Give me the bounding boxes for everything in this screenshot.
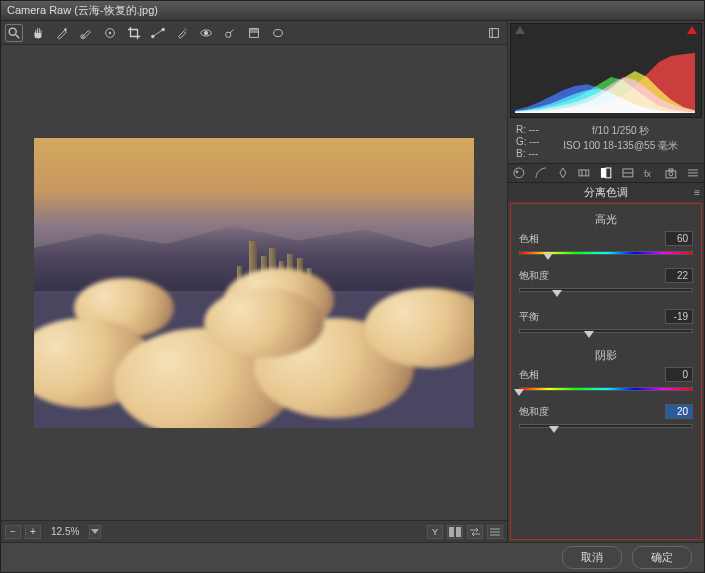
zoom-tool-icon[interactable] — [5, 24, 23, 42]
highlight-sat-slider[interactable] — [519, 285, 693, 295]
preview-area[interactable] — [1, 45, 507, 520]
g-label: G: — [516, 136, 527, 147]
svg-point-0 — [9, 28, 16, 35]
split-tone-panel: 高光 色相 60 饱和度 22 — [510, 203, 702, 540]
highlight-hue-slider[interactable] — [519, 248, 693, 258]
hand-tool-icon[interactable] — [29, 24, 47, 42]
zoom-dropdown[interactable] — [89, 525, 101, 539]
highlights-title: 高光 — [519, 210, 693, 231]
window-title: Camera Raw (云海-恢复的.jpg) — [7, 3, 158, 18]
graduated-filter-icon[interactable] — [245, 24, 263, 42]
svg-rect-24 — [579, 170, 589, 176]
toolbar — [1, 21, 507, 45]
before-after-icon[interactable] — [447, 525, 463, 539]
red-eye-icon[interactable] — [197, 24, 215, 42]
histogram-chart — [515, 53, 695, 113]
zoom-in-button[interactable]: + — [25, 525, 41, 539]
window-body: − + 12.5% Y R: --- G — [1, 21, 704, 542]
svg-point-5 — [109, 32, 111, 34]
svg-point-22 — [514, 168, 524, 178]
shadow-sat-slider[interactable] — [519, 421, 693, 431]
shadow-sat-row: 饱和度 20 — [519, 404, 693, 431]
svg-rect-13 — [250, 28, 259, 32]
svg-point-14 — [274, 29, 283, 36]
cancel-button[interactable]: 取消 — [562, 546, 622, 569]
svg-rect-28 — [606, 168, 611, 178]
spot-removal-icon[interactable] — [173, 24, 191, 42]
highlight-sat-label: 饱和度 — [519, 269, 549, 283]
y-toggle-button[interactable]: Y — [427, 525, 443, 539]
highlight-sat-row: 饱和度 22 — [519, 268, 693, 295]
info-readout: R: --- G: --- B: --- f/10 1/250 秒 ISO 10… — [508, 120, 704, 163]
tab-presets-icon[interactable] — [686, 166, 700, 180]
balance-label: 平衡 — [519, 310, 539, 324]
svg-rect-17 — [449, 527, 454, 537]
tab-curve-icon[interactable] — [534, 166, 548, 180]
balance-slider[interactable] — [519, 326, 693, 336]
svg-point-10 — [204, 31, 208, 35]
left-pane: − + 12.5% Y — [1, 21, 508, 542]
white-balance-icon[interactable] — [53, 24, 71, 42]
shadow-hue-value[interactable]: 0 — [665, 367, 693, 382]
highlight-hue-row: 色相 60 — [519, 231, 693, 258]
tab-camera-icon[interactable] — [664, 166, 678, 180]
crop-tool-icon[interactable] — [125, 24, 143, 42]
panel-title: 分离色调 — [584, 185, 628, 200]
titlebar: Camera Raw (云海-恢复的.jpg) — [1, 1, 704, 21]
svg-rect-27 — [601, 168, 606, 178]
histogram[interactable] — [510, 23, 702, 118]
svg-point-7 — [151, 35, 154, 38]
shadows-title: 阴影 — [519, 346, 693, 367]
g-value: --- — [529, 136, 539, 147]
color-sampler-icon[interactable] — [77, 24, 95, 42]
shadow-hue-label: 色相 — [519, 368, 539, 382]
zoom-value: 12.5% — [45, 526, 85, 537]
panel-title-bar: 分离色调 ≡ — [508, 183, 704, 201]
highlight-clip-icon[interactable] — [687, 26, 697, 34]
panel-menu-icon[interactable]: ≡ — [694, 187, 700, 198]
r-value: --- — [529, 124, 539, 135]
svg-rect-18 — [456, 527, 461, 537]
svg-point-2 — [65, 28, 67, 30]
panel-tabs: fx — [508, 163, 704, 183]
ok-button[interactable]: 确定 — [632, 546, 692, 569]
r-label: R: — [516, 124, 526, 135]
adjustment-brush-icon[interactable] — [221, 24, 239, 42]
svg-line-1 — [16, 34, 20, 38]
tab-lens-icon[interactable] — [621, 166, 635, 180]
preferences-icon[interactable] — [485, 24, 503, 42]
footer: 取消 确定 — [1, 542, 704, 572]
highlight-hue-value[interactable]: 60 — [665, 231, 693, 246]
straighten-tool-icon[interactable] — [149, 24, 167, 42]
highlight-hue-label: 色相 — [519, 232, 539, 246]
balance-row: 平衡 -19 — [519, 309, 693, 336]
shadow-clip-icon[interactable] — [515, 26, 525, 34]
shadow-hue-slider[interactable] — [519, 384, 693, 394]
tab-fx-icon[interactable]: fx — [643, 166, 657, 180]
settings-menu-icon[interactable] — [487, 525, 503, 539]
svg-text:fx: fx — [644, 169, 651, 179]
shadow-hue-row: 色相 0 — [519, 367, 693, 394]
camera-raw-window: Camera Raw (云海-恢复的.jpg) — [0, 0, 705, 573]
iso-info: ISO 100 18-135@55 毫米 — [545, 139, 696, 153]
radial-filter-icon[interactable] — [269, 24, 287, 42]
swap-icon[interactable] — [467, 525, 483, 539]
highlight-sat-value[interactable]: 22 — [665, 268, 693, 283]
shadow-sat-value[interactable]: 20 — [665, 404, 693, 419]
preview-image — [34, 138, 474, 428]
status-bar: − + 12.5% Y — [1, 520, 507, 542]
shadow-sat-label: 饱和度 — [519, 405, 549, 419]
right-pane: R: --- G: --- B: --- f/10 1/250 秒 ISO 10… — [508, 21, 704, 542]
tab-basic-icon[interactable] — [512, 166, 526, 180]
tab-hsl-icon[interactable] — [577, 166, 591, 180]
targeted-adjust-icon[interactable] — [101, 24, 119, 42]
balance-value[interactable]: -19 — [665, 309, 693, 324]
zoom-out-button[interactable]: − — [5, 525, 21, 539]
tab-detail-icon[interactable] — [556, 166, 570, 180]
b-label: B: — [516, 148, 525, 159]
svg-point-8 — [162, 28, 165, 31]
svg-line-6 — [153, 29, 164, 36]
tab-split-tone-icon[interactable] — [599, 166, 613, 180]
svg-rect-15 — [490, 28, 499, 37]
svg-rect-34 — [669, 169, 673, 171]
